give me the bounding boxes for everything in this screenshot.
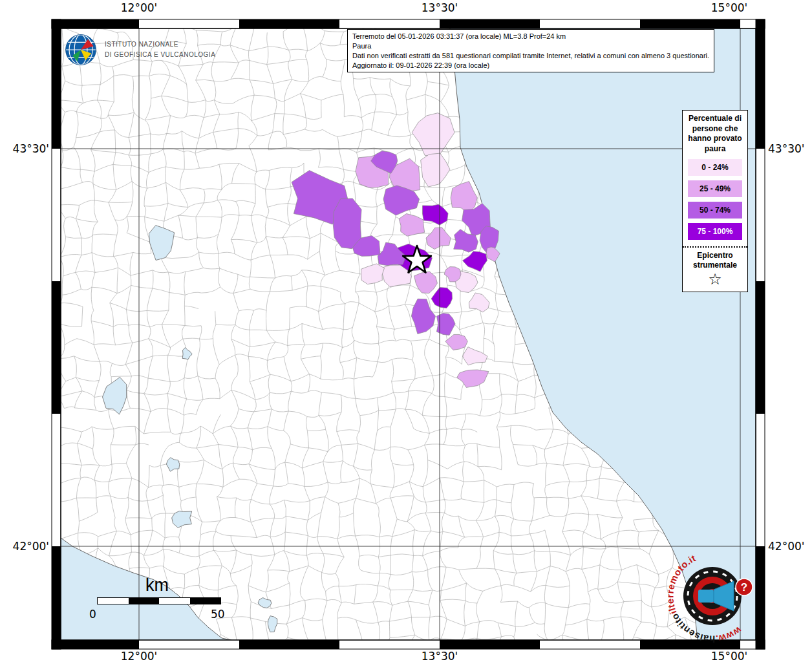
scalebar-segment xyxy=(190,598,221,604)
ingv-logo-text: ISTITUTO NAZIONALE DI GEOFISICA E VULCAN… xyxy=(105,39,215,60)
event-info-line-updated: Aggiornato il: 09-01-2026 22:39 (ora loc… xyxy=(352,61,709,70)
felt-region xyxy=(333,198,361,249)
event-info-line-data: Dati non verificati estratti da 581 ques… xyxy=(352,51,709,61)
axis-label-bottom-lon-1: 12°00' xyxy=(103,650,175,662)
legend-panel: Percentuale di persone che hanno provato… xyxy=(682,110,748,292)
legend-title: Percentuale di persone che hanno provato… xyxy=(683,111,747,155)
axis-label-left-lat-1: 43°30' xyxy=(4,142,49,155)
scalebar-segment xyxy=(159,598,190,604)
legend-swatch-25-49: 25 - 49% xyxy=(688,180,742,197)
event-info-line-question: Paura xyxy=(352,41,709,51)
scalebar-segment xyxy=(98,598,129,604)
scalebar-unit-label: km xyxy=(145,575,169,595)
axis-label-top-lon-3: 15°00' xyxy=(694,1,765,14)
haisentitoilterremoto-logo[interactable]: ? www.haisentitoilterremoto.it xyxy=(661,544,771,654)
scalebar-end-label: 50 xyxy=(211,608,225,621)
axis-label-right-lat-1: 43°30' xyxy=(768,142,812,155)
ingv-logo[interactable]: ISTITUTO NAZIONALE DI GEOFISICA E VULCAN… xyxy=(63,32,215,67)
legend-divider xyxy=(683,246,747,248)
scalebar-segment xyxy=(129,598,160,604)
ingv-text-line1: ISTITUTO NAZIONALE xyxy=(105,39,215,50)
epicenter-star-icon: ☆ xyxy=(683,270,747,288)
brand-url-www: www. xyxy=(715,625,744,644)
ingv-globe-icon xyxy=(63,32,98,67)
scalebar-start-label: 0 xyxy=(89,608,96,621)
axis-label-top-lon-1: 12°00' xyxy=(103,1,175,14)
scalebar xyxy=(97,597,221,604)
ingv-text-line2: DI GEOFISICA E VULCANOLOGIA xyxy=(105,50,215,60)
axis-label-bottom-lon-2: 13°30' xyxy=(404,650,475,662)
legend-swatch-0-24: 0 - 24% xyxy=(688,159,742,176)
event-info-box: Terremoto del 05-01-2026 03:31:37 (ora l… xyxy=(347,29,714,72)
axis-label-left-lat-2: 42°00' xyxy=(4,540,49,553)
legend-swatch-50-74: 50 - 74% xyxy=(688,202,742,219)
axis-label-top-lon-2: 13°30' xyxy=(404,1,475,14)
question-mark: ? xyxy=(741,581,747,593)
axis-label-right-lat-2: 42°00' xyxy=(768,540,812,553)
question-bubble-icon: ? xyxy=(736,579,753,595)
event-info-line-magnitude: Terremoto del 05-01-2026 03:31:37 (ora l… xyxy=(352,32,709,41)
earthquake-felt-map-page: 12°00' 13°30' 15°00' 12°00' 13°30' 15°00… xyxy=(0,0,812,662)
legend-swatch-75-100: 75 - 100% xyxy=(688,223,742,240)
legend-epicenter-title: Epicentro strumentale xyxy=(683,250,747,270)
